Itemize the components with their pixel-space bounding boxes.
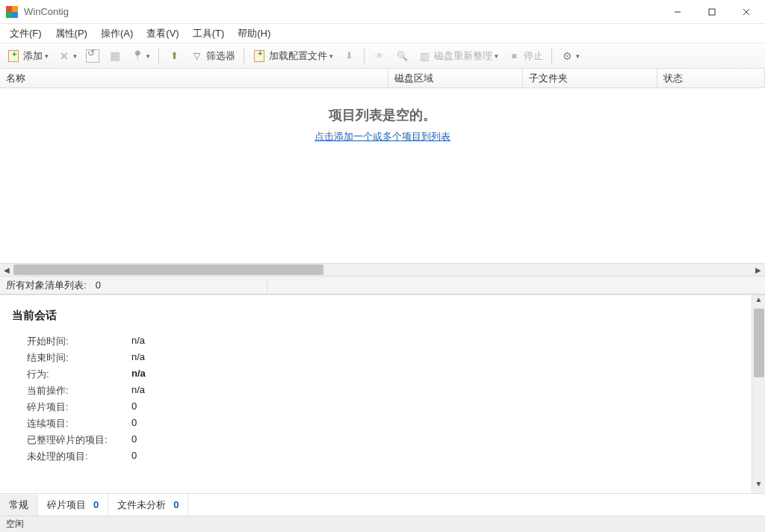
chevron-down-icon: ▾: [329, 52, 333, 60]
column-subfolder[interactable]: 子文件夹: [523, 69, 657, 87]
menu-bar: 文件(F) 属性(P) 操作(A) 查看(V) 工具(T) 帮助(H): [0, 24, 765, 43]
tab-general-label: 常规: [9, 498, 28, 512]
scroll-thumb[interactable]: [13, 265, 323, 275]
end-time-label: 结束时间:: [12, 351, 131, 365]
preview-icon: [373, 49, 386, 63]
grid-button[interactable]: [105, 46, 126, 66]
stop-label: 停止: [524, 49, 543, 63]
preview-button[interactable]: [369, 46, 390, 66]
session-panel-wrap: 当前会话 开始时间:n/a 结束时间:n/a 行为:n/a 当前操作:n/a 碎…: [0, 294, 765, 493]
gear-icon: [560, 49, 574, 63]
profile-icon: [253, 49, 266, 63]
empty-add-link[interactable]: 点击添加一个或多个项目到列表: [315, 130, 450, 143]
analyze-button[interactable]: [391, 46, 412, 66]
pin-button[interactable]: ▾: [127, 46, 154, 66]
save-profile-button[interactable]: [338, 46, 359, 66]
chevron-down-icon: ▾: [495, 52, 498, 60]
column-disk[interactable]: 磁盘区域: [388, 69, 523, 87]
menu-file[interactable]: 文件(F): [3, 25, 49, 43]
stop-icon: [507, 49, 521, 63]
current-op-label: 当前操作:: [12, 384, 131, 398]
tab-fragments[interactable]: 碎片项目 0: [38, 494, 108, 516]
column-header-row: 名称 磁盘区域 子文件夹 状态: [0, 69, 765, 88]
action-value: n/a: [131, 368, 146, 381]
action-label: 行为:: [12, 368, 131, 381]
svg-rect-1: [709, 9, 715, 15]
menu-view[interactable]: 查看(V): [140, 25, 185, 43]
start-time-value: n/a: [131, 335, 145, 348]
grid-icon: [108, 49, 122, 63]
export-button[interactable]: [164, 46, 185, 66]
menu-tools[interactable]: 工具(T): [186, 25, 232, 43]
bottom-tabs: 常规 碎片项目 0 文件未分析 0: [0, 493, 765, 516]
chevron-down-icon: ▾: [45, 52, 49, 60]
cont-items-value: 0: [131, 417, 137, 430]
unprocessed-value: 0: [131, 450, 137, 463]
separator: [244, 48, 244, 64]
end-time-value: n/a: [131, 351, 145, 365]
vertical-scrollbar[interactable]: ▲ ▼: [752, 295, 765, 493]
frag-items-value: 0: [131, 400, 137, 414]
chevron-down-icon: ▾: [146, 52, 150, 60]
scroll-thumb[interactable]: [754, 309, 764, 377]
remove-button[interactable]: ✕ ▾: [54, 46, 81, 66]
window-title: WinContig: [24, 6, 660, 17]
menu-props[interactable]: 属性(P): [49, 25, 94, 43]
load-profile-button[interactable]: 加载配置文件 ▾: [249, 46, 337, 66]
defrag-done-value: 0: [131, 433, 137, 447]
toolbar: 添加 ▾ ✕ ▾ ▾ 筛选器 加载配置文件 ▾ 磁盘重新整理 ▾ 停止 ▾: [0, 43, 765, 69]
current-op-value: n/a: [131, 384, 145, 398]
scroll-right-arrow[interactable]: ▶: [752, 266, 765, 274]
defrag-done-label: 已整理碎片的项目:: [12, 433, 131, 447]
refresh-icon: [86, 49, 99, 63]
stop-button[interactable]: 停止: [504, 46, 547, 66]
refresh-button[interactable]: [82, 46, 103, 66]
separator: [158, 48, 159, 64]
tab-unanalyzed[interactable]: 文件未分析 0: [108, 494, 188, 516]
status-text: 空闲: [6, 519, 24, 529]
settings-button[interactable]: ▾: [557, 46, 583, 66]
frag-items-label: 碎片项目:: [12, 400, 131, 414]
tab-unanalyzed-badge: 0: [173, 499, 179, 510]
app-icon: [6, 6, 18, 18]
add-button[interactable]: 添加 ▾: [3, 46, 52, 66]
funnel-icon: [190, 49, 203, 63]
title-bar: WinContig: [0, 0, 765, 24]
tab-general[interactable]: 常规: [0, 494, 38, 516]
scroll-up-arrow[interactable]: ▲: [752, 295, 765, 309]
scroll-track[interactable]: [13, 265, 752, 275]
object-count-label: 所有对象清单列表:: [6, 279, 87, 292]
session-panel: 当前会话 开始时间:n/a 结束时间:n/a 行为:n/a 当前操作:n/a 碎…: [0, 295, 752, 493]
scroll-track[interactable]: [752, 309, 765, 480]
chevron-down-icon: ▾: [576, 52, 580, 60]
scroll-left-arrow[interactable]: ◀: [0, 266, 13, 274]
session-title: 当前会话: [12, 309, 740, 323]
maximize-button[interactable]: [695, 1, 729, 23]
status-bar: 空闲: [0, 516, 765, 532]
defrag-button[interactable]: 磁盘重新整理 ▾: [414, 46, 502, 66]
column-name[interactable]: 名称: [0, 69, 388, 87]
unprocessed-label: 未处理的项目:: [12, 450, 131, 463]
add-file-icon: [7, 49, 20, 63]
upload-icon: [167, 49, 181, 63]
defrag-label: 磁盘重新整理: [434, 49, 492, 63]
remove-icon: ✕: [58, 49, 71, 63]
object-count-bar: 所有对象清单列表: 0: [0, 276, 765, 294]
menu-help[interactable]: 帮助(H): [231, 25, 277, 43]
item-list: 项目列表是空的。 点击添加一个或多个项目到列表: [0, 88, 765, 263]
minimize-button[interactable]: [660, 1, 695, 23]
cont-items-label: 连续项目:: [12, 417, 131, 430]
tab-fragments-label: 碎片项目: [47, 498, 86, 512]
scroll-down-arrow[interactable]: ▼: [752, 480, 765, 493]
load-profile-label: 加载配置文件: [269, 49, 327, 63]
defrag-icon: [418, 49, 431, 63]
close-button[interactable]: [729, 1, 764, 23]
menu-ops[interactable]: 操作(A): [94, 25, 140, 43]
column-status[interactable]: 状态: [657, 69, 765, 87]
filter-button[interactable]: 筛选器: [186, 46, 239, 66]
start-time-label: 开始时间:: [12, 335, 131, 348]
horizontal-scrollbar[interactable]: ◀ ▶: [0, 263, 765, 276]
separator: [364, 48, 365, 64]
empty-title: 项目列表是空的。: [329, 106, 436, 124]
tab-unanalyzed-label: 文件未分析: [117, 498, 166, 512]
